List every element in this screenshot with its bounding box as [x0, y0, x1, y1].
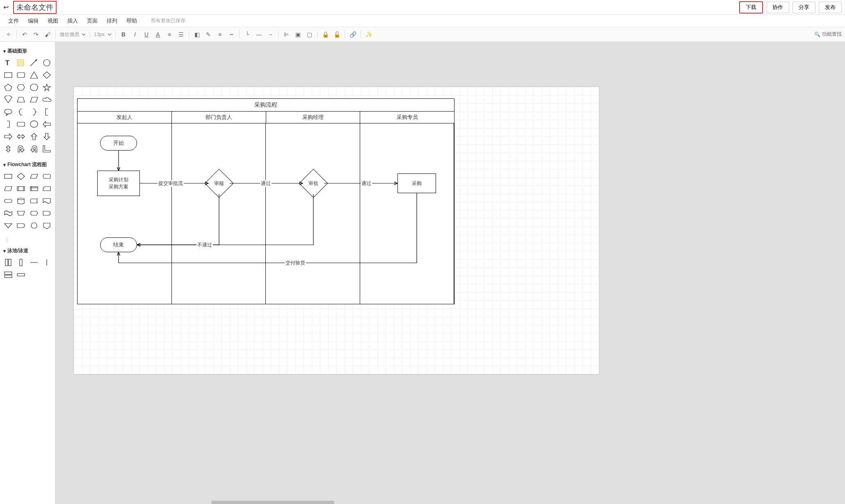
canvas-area[interactable]: 采购流程 发起人 部门负责人 采购经理 采购专员 开始 采购计划 采购方案 审核… — [55, 42, 845, 504]
shape-hexagon[interactable] — [16, 82, 27, 92]
shape-arrow-up[interactable] — [28, 132, 40, 141]
shape-uturn[interactable] — [16, 144, 27, 154]
magic-icon[interactable]: ✨ — [363, 29, 374, 40]
fc-data[interactable] — [2, 184, 14, 194]
shape-note[interactable] — [16, 58, 27, 68]
node-review[interactable]: 审核 — [205, 169, 233, 198]
fc-card[interactable] — [41, 184, 53, 194]
section-flowchart[interactable]: ▾ Flowchart 流程图 — [2, 159, 53, 171]
share-button[interactable]: 分享 — [792, 2, 815, 13]
bring-front-icon[interactable]: ▣ — [292, 29, 303, 40]
shape-cloud[interactable] — [41, 95, 53, 105]
font-size-select[interactable]: 13px — [92, 31, 113, 38]
fc-circle[interactable] — [28, 221, 40, 230]
sl-pool-h[interactable] — [2, 270, 14, 280]
fc-terminator[interactable] — [2, 196, 14, 206]
shape-trapezoid[interactable] — [16, 95, 27, 105]
back-arrow-icon[interactable]: ↩ — [3, 3, 11, 11]
shape-arrow-down[interactable] — [41, 132, 53, 141]
shape-pentagon[interactable] — [2, 82, 14, 92]
shape-arrow-left[interactable] — [41, 119, 53, 129]
fc-internal[interactable] — [28, 184, 40, 194]
canvas[interactable]: 采购流程 发起人 部门负责人 采购经理 采购专员 开始 采购计划 采购方案 审核… — [74, 87, 599, 374]
align-objects-icon[interactable]: ⊫ — [281, 29, 292, 40]
menu-edit[interactable]: 编辑 — [28, 17, 39, 25]
send-back-icon[interactable]: ▢ — [304, 29, 315, 40]
fc-predef[interactable] — [16, 184, 27, 194]
node-approve[interactable]: 审批 — [299, 169, 328, 198]
italic-icon[interactable]: I — [130, 29, 140, 40]
publish-button[interactable]: 发布 — [819, 2, 842, 13]
menu-page[interactable]: 页面 — [87, 17, 98, 25]
node-purchase[interactable]: 采购 — [397, 173, 436, 193]
lane-header-0[interactable]: 发起人 — [78, 112, 172, 123]
shape-drop[interactable] — [28, 119, 40, 129]
shape-arrow-right[interactable] — [2, 132, 14, 141]
node-start[interactable]: 开始 — [100, 136, 137, 151]
list-icon[interactable]: ☰ — [176, 29, 186, 40]
lock-icon[interactable]: 🔒 — [320, 29, 331, 40]
shape-triangle[interactable] — [28, 70, 40, 80]
node-plan[interactable]: 采购计划 采购方案 — [97, 171, 140, 196]
sl-sep-h[interactable] — [28, 258, 40, 267]
fc-prep[interactable] — [28, 208, 40, 218]
shape-tool-icon[interactable]: ✧ — [3, 29, 14, 40]
fc-stored[interactable] — [28, 196, 40, 206]
menu-insert[interactable]: 插入 — [67, 17, 78, 25]
font-family-select[interactable]: 微软雅黑 — [58, 31, 87, 38]
shape-sector[interactable] — [2, 95, 14, 105]
fill-color-icon[interactable]: ◧ — [192, 29, 202, 40]
lane-header-2[interactable]: 采购经理 — [266, 112, 361, 123]
sl-pool-v[interactable] — [2, 258, 14, 267]
shape-brace-l[interactable] — [16, 107, 27, 117]
undo-icon[interactable]: ↶ — [19, 29, 30, 40]
shape-brace-r[interactable] — [28, 107, 40, 117]
shape-star[interactable] — [41, 82, 53, 92]
format-painter-icon[interactable]: 🖌 — [42, 29, 53, 40]
line-width-icon[interactable]: ≡ — [215, 29, 225, 40]
align-icon[interactable]: ≡ — [164, 29, 175, 40]
shape-line-arrow[interactable] — [28, 58, 40, 68]
shape-rect2[interactable] — [16, 119, 27, 129]
fc-delay[interactable] — [41, 208, 53, 218]
fc-offpage[interactable] — [41, 221, 53, 230]
pool-title[interactable]: 采购流程 — [78, 99, 454, 112]
link-icon[interactable]: 🔗 — [347, 29, 358, 40]
shape-corner[interactable] — [41, 144, 53, 154]
node-end[interactable]: 结束 — [100, 237, 137, 252]
search-icon[interactable]: 🔍 — [814, 32, 820, 37]
shape-arrow-lr[interactable] — [16, 132, 27, 141]
menu-file[interactable]: 文件 — [8, 17, 19, 25]
collaborate-button[interactable]: 协作 — [766, 2, 789, 13]
document-title[interactable]: 未命名文件 — [13, 1, 57, 14]
section-swimlane[interactable]: ▾ 泳池/泳道 — [2, 245, 53, 258]
lane-header-3[interactable]: 采购专员 — [360, 112, 454, 123]
shape-roundrect[interactable] — [16, 70, 27, 80]
shape-text[interactable]: T — [2, 58, 14, 68]
shape-callout[interactable] — [2, 107, 14, 117]
sl-lane-h[interactable] — [16, 270, 27, 280]
fc-connector[interactable] — [16, 221, 27, 230]
menu-help[interactable]: 帮助 — [126, 17, 137, 25]
fc-doc[interactable] — [41, 196, 53, 206]
unlock-icon[interactable]: 🔓 — [331, 29, 342, 40]
line-color-icon[interactable]: ✎ — [203, 29, 214, 40]
shape-parallelogram[interactable] — [28, 95, 40, 105]
connector-icon[interactable]: └ — [242, 29, 253, 40]
fc-display[interactable] — [41, 171, 53, 181]
horizontal-scrollbar[interactable] — [211, 501, 334, 504]
download-button[interactable]: 下载 — [739, 1, 763, 14]
shape-circle[interactable] — [41, 58, 53, 68]
section-basic-shapes[interactable]: ▾ 基础图形 — [2, 45, 53, 58]
lane-header-1[interactable]: 部门负责人 — [172, 112, 266, 123]
shape-rect[interactable] — [2, 70, 14, 80]
arrow-end-icon[interactable]: → — [265, 29, 276, 40]
sl-lane-v[interactable] — [16, 258, 27, 267]
menu-view[interactable]: 视图 — [48, 17, 58, 25]
menu-arrange[interactable]: 排列 — [107, 17, 117, 25]
fc-manual[interactable] — [16, 208, 27, 218]
redo-icon[interactable]: ↷ — [31, 29, 41, 40]
font-color-icon[interactable]: A — [153, 29, 163, 40]
shape-octagon[interactable] — [28, 82, 40, 92]
fc-tape[interactable] — [2, 208, 14, 218]
